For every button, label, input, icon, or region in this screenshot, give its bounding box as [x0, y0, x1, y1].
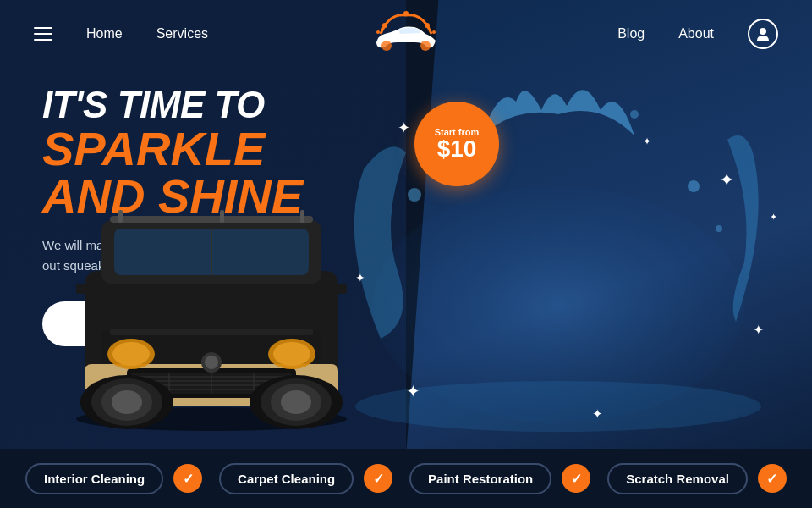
price-amount: $10 [437, 137, 477, 161]
nav-logo[interactable] [368, 8, 444, 59]
service-item-carpet[interactable]: Carpet Cleaning ✓ [219, 463, 392, 494]
sparkle-1: ✦ [398, 119, 410, 137]
nav-left: Home Services [34, 26, 208, 41]
scratch-removal-check: ✓ [758, 464, 787, 493]
svg-point-41 [281, 390, 311, 414]
svg-rect-42 [76, 284, 93, 294]
sparkle-6: ✦ [643, 135, 651, 147]
car-image [51, 161, 372, 432]
sparkle-2: ✦ [719, 169, 734, 191]
sparkle-7: ✦ [592, 406, 603, 422]
nav-blog[interactable]: Blog [617, 26, 645, 41]
svg-rect-12 [118, 210, 123, 223]
service-item-interior[interactable]: Interior Cleaning ✓ [25, 463, 202, 494]
services-bar: Interior Cleaning ✓ Carpet Cleaning ✓ Pa… [0, 449, 812, 508]
sparkle-3: ✦ [355, 271, 365, 284]
svg-rect-11 [110, 216, 313, 223]
hamburger-menu[interactable] [34, 27, 52, 41]
nav-home[interactable]: Home [86, 26, 123, 41]
nav-services[interactable]: Services [156, 26, 208, 41]
svg-point-51 [420, 41, 431, 51]
svg-point-45 [382, 23, 387, 28]
sparkle-5: ✦ [406, 381, 420, 401]
carpet-cleaning-check: ✓ [364, 464, 392, 493]
price-badge: Start from $10 [414, 102, 499, 186]
hero-title-line1: IT'S TIME TO [42, 85, 303, 125]
svg-point-50 [381, 41, 392, 51]
svg-point-3 [688, 180, 700, 192]
svg-point-31 [112, 342, 150, 366]
svg-point-47 [425, 23, 430, 28]
interior-cleaning-check: ✓ [173, 464, 202, 493]
svg-point-6 [630, 110, 639, 119]
navbar: Home Services Blog About [0, 0, 812, 68]
paint-restoration-label: Paint Restoration [409, 463, 551, 494]
paint-restoration-check: ✓ [562, 464, 590, 493]
svg-point-4 [716, 225, 722, 232]
interior-cleaning-label: Interior Cleaning [25, 463, 163, 494]
svg-rect-43 [330, 284, 347, 294]
carpet-cleaning-label: Carpet Cleaning [219, 463, 354, 494]
service-item-paint[interactable]: Paint Restoration ✓ [409, 463, 590, 494]
svg-rect-13 [220, 210, 224, 223]
nav-about[interactable]: About [678, 26, 714, 41]
sparkle-4: ✦ [753, 322, 764, 338]
svg-point-49 [403, 11, 409, 16]
svg-point-37 [112, 390, 142, 414]
service-item-scratch[interactable]: Scratch Removal ✓ [607, 463, 787, 494]
scratch-removal-label: Scratch Removal [607, 463, 748, 494]
svg-point-48 [432, 30, 436, 34]
svg-point-1 [408, 188, 421, 202]
svg-point-33 [273, 342, 310, 366]
user-avatar[interactable] [748, 19, 778, 49]
svg-point-46 [376, 30, 380, 34]
svg-rect-14 [300, 210, 304, 223]
sparkle-8: ✦ [770, 212, 777, 223]
water-splash [313, 68, 804, 440]
svg-point-29 [205, 356, 218, 369]
nav-right: Blog About [617, 19, 778, 49]
svg-rect-44 [110, 329, 313, 335]
svg-point-52 [760, 28, 766, 35]
